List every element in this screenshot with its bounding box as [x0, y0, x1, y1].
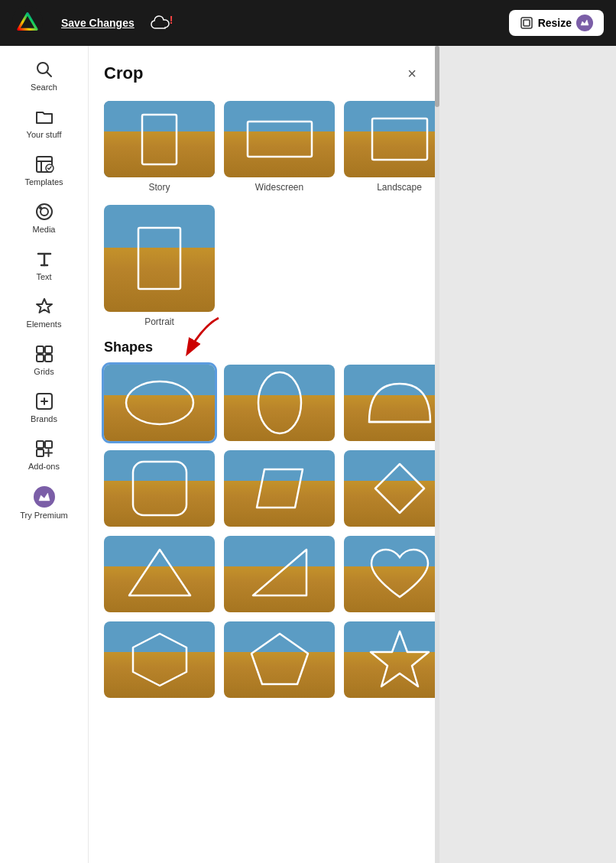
svg-rect-2	[521, 18, 532, 28]
premium-icon	[34, 486, 55, 508]
svg-rect-26	[133, 462, 186, 515]
sidebar-item-your-stuff[interactable]: Your stuff	[0, 99, 88, 147]
crop-item-diamond[interactable]	[344, 450, 439, 527]
crop-panel: Crop × Story	[89, 46, 440, 863]
crop-item-heart[interactable]	[344, 536, 439, 612]
crop-item-oval-tall[interactable]	[224, 365, 335, 441]
shapes-grid	[104, 365, 424, 698]
sidebar-item-addons-label: Add-ons	[28, 462, 60, 471]
svg-rect-13	[37, 355, 44, 362]
resize-icon	[520, 16, 533, 30]
crop-item-pentagon[interactable]	[224, 621, 335, 698]
crop-item-star[interactable]	[344, 621, 439, 698]
crop-item-widescreen[interactable]: Widescreen	[224, 101, 335, 193]
topbar: Save Changes ! Resize	[0, 0, 616, 46]
close-button[interactable]: ×	[400, 61, 424, 86]
shapes-title: Shapes	[104, 339, 424, 355]
save-changes-button[interactable]: Save Changes	[61, 17, 135, 29]
crop-item-half-circle[interactable]	[344, 365, 439, 441]
svg-rect-18	[37, 449, 44, 456]
sidebar-item-text-label: Text	[36, 272, 51, 281]
crop-item-landscape[interactable]: Landscape	[344, 101, 439, 193]
svg-point-23	[126, 381, 193, 424]
story-label: Story	[148, 182, 170, 193]
svg-line-5	[47, 73, 51, 77]
crop-item-right-triangle[interactable]	[224, 536, 335, 612]
svg-rect-22	[138, 228, 180, 289]
svg-rect-3	[524, 20, 530, 26]
brands-icon	[34, 391, 54, 411]
svg-marker-33	[371, 631, 429, 686]
crop-scroll-area[interactable]: Story Widescreen	[89, 95, 439, 863]
svg-marker-27	[257, 469, 303, 508]
sidebar-item-grids-label: Grids	[34, 367, 53, 376]
crop-item-portrait[interactable]: Portrait	[104, 205, 215, 327]
crop-item-story[interactable]: Story	[104, 101, 215, 193]
svg-point-24	[258, 372, 301, 433]
crop-item-hexagon[interactable]	[104, 621, 215, 698]
scrollbar[interactable]	[435, 46, 439, 863]
svg-point-10	[39, 206, 42, 209]
sidebar-item-brands-label: Brands	[31, 414, 57, 423]
sidebar-item-elements-label: Elements	[27, 320, 62, 329]
main-layout: Search Your stuff Templates	[0, 46, 616, 863]
templates-icon	[34, 154, 54, 174]
svg-point-8	[37, 204, 52, 219]
resize-label: Resize	[538, 17, 572, 29]
resize-button[interactable]: Resize	[509, 10, 604, 36]
sidebar-item-text[interactable]: Text	[0, 242, 88, 289]
sidebar-item-templates-label: Templates	[24, 177, 63, 187]
grids-icon	[34, 344, 54, 364]
svg-rect-17	[45, 441, 52, 448]
media-icon	[34, 202, 54, 222]
svg-rect-12	[45, 346, 52, 353]
svg-marker-28	[375, 464, 424, 513]
addons-icon	[34, 439, 54, 459]
svg-rect-11	[37, 346, 44, 353]
svg-rect-20	[248, 122, 312, 157]
sidebar-item-search-label: Search	[31, 83, 57, 92]
sidebar-item-media-label: Media	[33, 225, 56, 234]
portrait-grid: Portrait	[104, 205, 424, 327]
svg-rect-16	[37, 441, 44, 448]
sidebar-item-addons[interactable]: Add-ons	[0, 431, 88, 479]
svg-rect-19	[142, 115, 177, 164]
canvas-area[interactable]	[440, 46, 616, 863]
sidebar-item-search[interactable]: Search	[0, 52, 88, 99]
premium-crown-badge	[576, 15, 593, 31]
elements-icon	[34, 297, 54, 316]
canva-logo	[12, 6, 43, 40]
svg-rect-21	[372, 118, 427, 160]
sidebar-item-grids[interactable]: Grids	[0, 336, 88, 384]
topbar-right: Resize	[509, 10, 604, 36]
crop-item-parallelogram[interactable]	[224, 450, 335, 527]
svg-point-9	[41, 208, 48, 216]
crop-header: Crop ×	[89, 46, 439, 95]
sidebar-item-templates[interactable]: Templates	[0, 147, 88, 194]
format-presets-grid: Story Widescreen	[104, 101, 424, 193]
sidebar-item-brands[interactable]: Brands	[0, 384, 88, 431]
svg-marker-29	[129, 550, 190, 595]
svg-rect-14	[45, 355, 52, 362]
landscape-label: Landscape	[377, 182, 422, 193]
svg-marker-32	[251, 634, 308, 684]
widescreen-label: Widescreen	[255, 182, 303, 193]
sidebar-item-media[interactable]: Media	[0, 194, 88, 242]
sidebar-item-your-stuff-label: Your stuff	[27, 130, 62, 139]
crop-title: Crop	[104, 63, 143, 83]
portrait-label: Portrait	[144, 316, 174, 327]
sidebar-item-elements[interactable]: Elements	[0, 289, 88, 336]
crop-item-oval-wide[interactable]	[104, 365, 215, 441]
cloud-save-icon: !	[150, 15, 173, 31]
folder-icon	[34, 107, 54, 127]
crop-item-triangle[interactable]	[104, 536, 215, 612]
scroll-thumb	[435, 46, 439, 107]
crop-item-square-rounded[interactable]	[104, 450, 215, 527]
svg-marker-31	[133, 634, 186, 686]
sidebar: Search Your stuff Templates	[0, 46, 89, 863]
close-icon: ×	[407, 65, 417, 83]
text-icon	[34, 249, 54, 269]
sidebar-item-try-premium-label: Try Premium	[20, 511, 68, 520]
sidebar-item-try-premium[interactable]: Try Premium	[0, 479, 88, 527]
svg-marker-30	[253, 550, 306, 595]
